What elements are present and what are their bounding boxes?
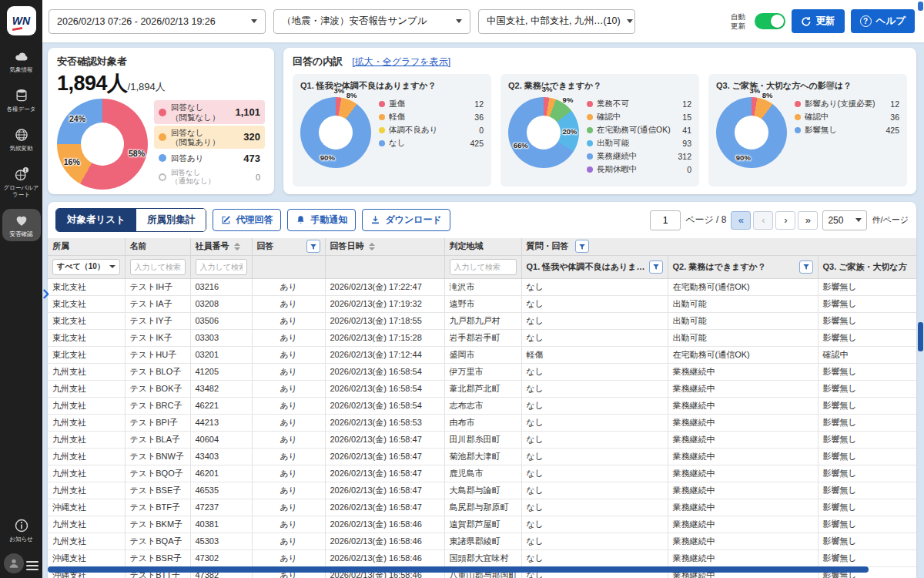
prev-page-button[interactable]: ‹ [753,211,773,230]
answer-filter-icon[interactable] [306,240,320,253]
col-q1[interactable]: Q1. 怪我や体調不良はありま… [521,255,668,278]
sidebar-item-weather[interactable]: 気象情報 [2,45,41,77]
col-q2[interactable]: Q2. 業務はできますか？ [668,255,818,278]
sidebar-item-safety[interactable]: 安否確認 [2,209,41,241]
table-row[interactable]: 東北支社 テストIA子 03208 あり 2026/02/13(金) 17:19… [48,295,916,312]
expand-all-graphs-link[interactable]: [拡大・全グラフを表示] [352,55,450,69]
col-dept[interactable]: 所属 [48,238,125,255]
manual-notify-button[interactable]: 手動通知 [287,209,356,231]
table-row[interactable]: 九州支社 テストBSE子 46535 あり 2026/02/13(金) 16:5… [48,482,916,499]
cell-answer: あり [252,346,325,363]
q1-filter-icon[interactable] [649,260,663,274]
name-search-input[interactable] [130,259,186,275]
help-button[interactable]: ? ヘルプ [851,9,915,33]
table-row[interactable]: 東北支社 テストHU子 03201 あり 2026/02/13(金) 17:12… [48,346,916,363]
q1-legend: 重傷 12 軽傷 36 [379,96,484,150]
report-select[interactable]: （地震・津波）安否報告サンプル [273,9,470,34]
col-emp-id[interactable]: 社員番号 [190,238,252,255]
table-row[interactable]: 九州支社 テストBOK子 43482 あり 2026/02/13(金) 16:5… [48,380,916,397]
cell-answered-at: 2026/02/13(金) 16:58:46 [325,533,444,549]
cell-q1: なし [521,278,668,295]
cell-q2: 在宅勤務可(通信OK) [668,346,818,363]
tab-target-list[interactable]: 対象者リスト [56,209,136,231]
page-size-select[interactable]: 250 [822,210,867,230]
person-icon [8,557,20,570]
sidebar-item-label: 気候変動 [10,145,33,152]
col-name[interactable]: 名前 [125,238,190,255]
cell-emp-id: 46221 [190,397,252,414]
table-row[interactable]: 九州支社 テストBKM子 40381 あり 2026/02/13(金) 16:5… [48,516,916,533]
first-page-button[interactable]: « [731,211,751,230]
daterange-select[interactable]: 2026/02/13 07:26 - 2026/02/13 19:26 [49,9,266,34]
cell-dept: 九州支社 [48,482,125,499]
proxy-answer-button[interactable]: 代理回答 [213,209,281,231]
sidebar-item-notice[interactable]: お知らせ [2,514,41,546]
vertical-scrollbar-thumb[interactable] [918,322,923,351]
col-region[interactable]: 判定地域 [444,238,521,255]
table-row[interactable]: 沖縄支社 テストBTF子 47237 あり 2026/02/13(金) 16:5… [48,499,916,516]
legend-label: 影響無し [805,125,837,136]
table-row[interactable]: 九州支社 テストBLO子 41205 あり 2026/02/13(金) 16:5… [48,363,916,380]
auto-update-toggle[interactable] [755,13,785,29]
last-page-button[interactable]: » [798,211,818,230]
legend-value: 425 [470,139,484,148]
table-row[interactable]: 東北支社 テストIK子 03303 あり 2026/02/13(金) 17:15… [48,329,916,346]
table-row[interactable]: 東北支社 テストIY子 03506 あり 2026/02/13(金) 17:18… [48,312,916,329]
cell-q3: 影響無し [818,549,916,566]
sort-icon[interactable] [369,243,375,250]
col-answered-at[interactable]: 回答日時 [325,238,444,255]
donut-percent-label: 66% [514,141,528,150]
next-page-button[interactable]: › [775,211,795,230]
table-row[interactable]: 九州支社 テストBQA子 45303 あり 2026/02/13(金) 16:5… [48,533,916,549]
dept-filter-select[interactable]: すべて（10） [52,259,120,275]
table-row[interactable]: 九州支社 テストBLA子 40604 あり 2026/02/13(金) 16:5… [48,431,916,448]
cell-region: 遠賀郡芦屋町 [444,516,521,533]
hamburger-menu-icon[interactable] [26,561,38,570]
refresh-button[interactable]: 更新 [792,9,845,33]
download-button[interactable]: ダウンロード [362,209,450,231]
cell-emp-id: 44213 [190,414,252,431]
table-row[interactable]: 東北支社 テストIH子 03216 あり 2026/02/13(金) 17:22… [48,278,916,295]
legend-label: 回答なし [171,169,215,177]
sort-icon[interactable] [234,243,240,250]
table-expand-button[interactable] [42,287,53,301]
col-answer[interactable]: 回答 [252,238,325,255]
region-search-input[interactable] [450,259,517,275]
sidebar-item-global-alert[interactable]: グローバルアラート [2,163,41,202]
heart-icon [14,213,29,228]
donut-percent-label: 90% [320,153,335,162]
page-number-input[interactable] [650,210,681,230]
cell-q2: 業務継続中 [668,448,818,465]
table-scroll-area[interactable]: 所属 名前 社員番号 回答 [48,238,916,578]
cell-q1: なし [521,363,668,380]
col-q3[interactable]: Q3. ご家族・大切な方 [818,255,916,278]
legend-label: 影響あり(支援必要) [805,99,875,109]
table-row[interactable]: 九州支社 テストBRC子 46221 あり 2026/02/13(金) 16:5… [48,397,916,414]
cell-region: 志布志市 [444,397,521,414]
sidebar-item-climate[interactable]: 気候変動 [2,123,41,156]
donut-percent-label: 24% [69,114,85,123]
topbar-right: 自動更新 更新 ? ヘルプ [728,9,915,33]
cell-q3: 影響無し [818,482,916,499]
cell-name: テストBKM子 [125,516,190,533]
tab-dept-summary[interactable]: 所属別集計 [136,209,206,231]
user-avatar[interactable] [4,553,24,573]
breakdown-card: 回答の内訳 [拡大・全グラフを表示] Q1. 怪我や体調不良はありますか？ 3%… [283,48,916,194]
table-row[interactable]: 九州支社 テストBNW子 43403 あり 2026/02/13(金) 16:5… [48,448,916,465]
q2-filter-icon[interactable] [799,260,813,274]
wn-logo[interactable]: WN [7,6,36,35]
cell-name: テストBLO子 [125,363,190,380]
org-select[interactable]: 中国支社, 中部支社, 九州…(10) [478,9,635,34]
table-row[interactable]: 九州支社 テストBPI子 44213 あり 2026/02/13(金) 16:5… [48,414,916,431]
emp-id-search-input[interactable] [196,259,247,275]
table-row[interactable]: 沖縄支社 テストBSR子 47302 あり 2026/02/13(金) 16:5… [48,549,916,566]
sidebar-item-data[interactable]: 各種データ [2,84,41,116]
page-scrollbar-thumb[interactable] [918,2,923,11]
table-row[interactable]: 九州支社 テストBQO子 46201 あり 2026/02/13(金) 16:5… [48,465,916,482]
breakdown-title: 回答の内訳 [293,55,343,69]
col-question-answer-group[interactable]: 質問・回答 [521,238,916,255]
legend-value: 473 [243,153,260,164]
horizontal-scrollbar-thumb[interactable] [48,566,869,573]
qa-filter-icon[interactable] [575,240,589,253]
donut-percent-label: 9% [563,95,574,103]
